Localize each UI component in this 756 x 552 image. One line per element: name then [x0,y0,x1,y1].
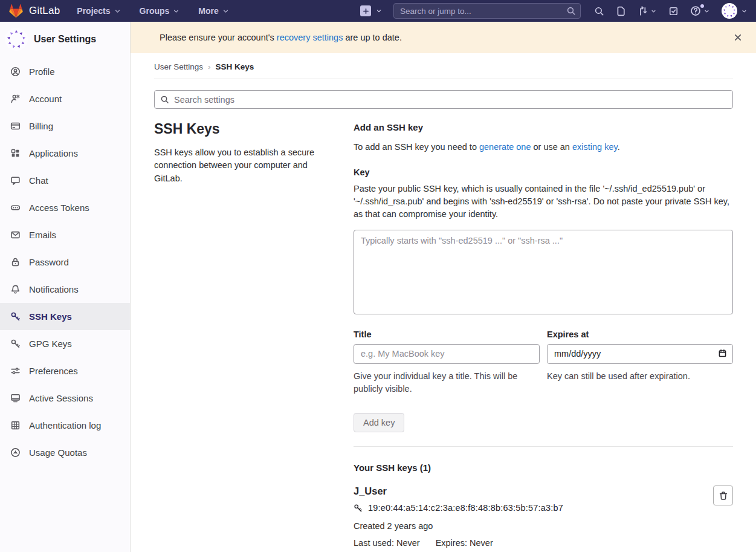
title-input[interactable] [354,344,540,364]
key-last-used: Last used: Never [354,538,420,548]
tanuki-icon [8,4,24,18]
nav-groups[interactable]: Groups [140,6,181,16]
password-icon [10,257,21,267]
trash-icon [719,491,728,501]
sidebar-item-ssh-keys[interactable]: SSH Keys [0,303,130,330]
sidebar-item-usage-quotas[interactable]: Usage Quotas [0,439,130,466]
delete-key-button[interactable] [713,485,733,505]
sidebar-item-applications[interactable]: Applications [0,140,130,167]
navbar-icons [594,3,748,19]
sidebar-item-profile[interactable]: Profile [0,58,130,85]
main-content: Please ensure your account's recovery se… [131,22,756,552]
access-tokens-icon [10,203,21,213]
chevron-down-icon [222,7,230,15]
existing-key-link[interactable]: existing key [572,142,618,152]
ssh-keys-icon [10,311,21,322]
plus-icon [360,5,371,16]
recovery-alert-banner: Please ensure your account's recovery se… [131,22,756,53]
notifications-icon [10,284,21,294]
key-icon [354,504,363,513]
sidebar-item-gpg-keys[interactable]: GPG Keys [0,330,130,357]
section-intro: SSH Keys SSH keys allow you to establish… [154,121,354,548]
sidebar-item-account[interactable]: Account [0,85,130,112]
chevron-down-icon [650,8,657,15]
banner-text: Please ensure your account's recovery se… [160,33,402,42]
close-icon [733,33,743,42]
page-description: SSH keys allow you to establish a secure… [154,146,333,185]
breadcrumb-separator: › [208,62,211,71]
emails-icon [10,230,21,240]
sidebar-item-emails[interactable]: Emails [0,221,130,248]
account-icon [10,94,21,104]
expires-at-input[interactable] [547,344,733,364]
sidebar-item-access-tokens[interactable]: Access Tokens [0,194,130,221]
recovery-settings-link[interactable]: recovery settings [277,33,343,42]
usage-quotas-icon [10,447,21,458]
preferences-icon [10,366,21,376]
chevron-down-icon [114,7,121,15]
your-ssh-keys-heading: Your SSH keys (1) [354,463,733,473]
chevron-down-icon [741,8,748,15]
new-menu-button[interactable] [360,5,383,16]
calendar-icon[interactable] [718,349,727,358]
expires-field-help: Key can still be used after expiration. [547,370,733,383]
profile-icon [10,67,21,77]
add-key-button[interactable]: Add key [354,413,404,432]
sidebar-item-notifications[interactable]: Notifications [0,276,130,303]
nav-projects[interactable]: Projects [77,6,121,16]
sidebar-item-chat[interactable]: Chat [0,167,130,194]
search-icon [566,6,576,16]
settings-search-input[interactable] [154,90,733,109]
search-icon [160,95,169,104]
nav-more[interactable]: More [198,6,229,16]
todos-button[interactable] [668,6,679,16]
ssh-key-list-item: J_User 19:e0:44:a5:14:c2:3a:e8:f8:48:8b:… [354,485,733,548]
sidebar-nav: Profile Account Billing Applications Cha… [0,58,130,466]
user-avatar [5,28,28,51]
authentication-log-icon [10,420,21,430]
billing-icon [10,121,21,131]
sidebar-header: User Settings [0,22,130,57]
primary-nav: Projects Groups More [77,6,229,16]
issues-button[interactable] [616,6,626,16]
ssh-key-textarea[interactable] [354,230,733,314]
sidebar-item-billing[interactable]: Billing [0,112,130,140]
generate-one-link[interactable]: generate one [479,142,531,152]
merge-request-icon [638,6,648,16]
top-navbar: GitLab Projects Groups More [0,0,756,22]
banner-close-button[interactable] [731,30,745,45]
key-fingerprint: 19:e0:44:a5:14:c2:3a:e8:f8:48:8b:63:5b:5… [368,503,563,513]
sidebar-item-preferences[interactable]: Preferences [0,357,130,385]
title-field-label: Title [354,330,540,339]
ssh-key-form-column: Add an SSH key To add an SSH key you nee… [354,121,733,548]
gpg-keys-icon [10,339,21,349]
title-field-group: Title Give your individual key a title. … [354,330,540,397]
key-field-label: Key [354,167,733,177]
global-search-input[interactable] [393,3,581,19]
page-title: SSH Keys [154,121,333,137]
key-fingerprint-row: 19:e0:44:a5:14:c2:3a:e8:f8:48:8b:63:5b:5… [354,503,697,513]
sidebar-item-active-sessions[interactable]: Active Sessions [0,385,130,412]
chat-icon [10,175,21,186]
chevron-down-icon [172,7,180,15]
help-icon [690,5,701,16]
search-button[interactable] [594,6,604,16]
section-divider [354,446,733,447]
chevron-down-icon [703,8,710,15]
gitlab-logo[interactable]: GitLab [8,4,60,18]
applications-icon [10,148,21,158]
sidebar-item-authentication-log[interactable]: Authentication log [0,412,130,439]
sidebar-item-password[interactable]: Password [0,248,130,276]
settings-search [154,90,733,109]
key-expires: Expires: Never [436,538,493,548]
help-menu-button[interactable] [690,5,710,16]
sidebar-title: User Settings [34,34,96,45]
breadcrumb: User Settings › SSH Keys [154,53,733,79]
expires-field-group: Expires at Key can still be used after e… [547,330,733,397]
add-ssh-key-intro: To add an SSH key you need to generate o… [354,141,733,154]
breadcrumb-user-settings[interactable]: User Settings [154,62,203,71]
user-menu-button[interactable] [722,3,748,19]
expires-field-label: Expires at [547,330,733,339]
merge-requests-button[interactable] [638,6,657,16]
active-sessions-icon [10,393,21,403]
